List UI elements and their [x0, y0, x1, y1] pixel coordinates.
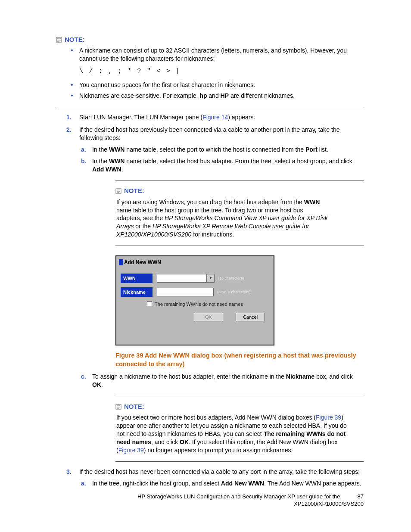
wwn-label: WWN: [121, 274, 153, 283]
nickname-row: Nickname (Max. 8 characters): [121, 287, 269, 297]
page-footer: HP StorageWorks LUN Configuration and Se…: [137, 493, 364, 508]
divider: [56, 107, 364, 107]
dialog-title: Add New WWN: [116, 256, 274, 268]
forbidden-chars: \ / : , ; * ? " < > |: [79, 67, 364, 76]
note-icon: [56, 35, 64, 44]
substep-2c: To assign a nickname to the host bus ada…: [92, 373, 364, 389]
remaining-wwns-label: The remaining WWNs do not need names: [155, 302, 243, 307]
ok-button[interactable]: OK: [194, 313, 223, 321]
nickname-input[interactable]: [157, 288, 214, 296]
note-bullets-2: You cannot use spaces for the first or l…: [56, 81, 364, 100]
note-label: NOTE:: [65, 36, 85, 43]
cancel-button[interactable]: Cancel: [236, 313, 265, 321]
bullet-item: A nickname can consist of up to 32 ASCII…: [79, 47, 364, 63]
note-icon: [115, 402, 123, 411]
note-bullets: A nickname can consist of up to 32 ASCII…: [56, 47, 364, 63]
dialog-buttons: OK Cancel: [121, 313, 269, 321]
figure-39: Add New WWN WWN ▼ (16 characters): [115, 255, 364, 345]
link-figure-39a[interactable]: Figure 39: [316, 414, 341, 421]
note-body: If you select two or more host bus adapt…: [116, 414, 364, 454]
link-figure-39b[interactable]: Figure 39: [118, 447, 144, 454]
nickname-hint: (Max. 8 characters): [217, 289, 251, 295]
note-heading: NOTE:: [56, 35, 364, 44]
steps-list: Start LUN Manager. The LUN Manager pane …: [56, 113, 364, 487]
substep-3a: In the tree, right-click the host group,…: [92, 479, 364, 488]
dialog-body: WWN ▼ (16 characters) Nickname (M: [116, 268, 274, 325]
substep-2b: In the WWN name table, select the host b…: [92, 157, 364, 174]
substeps-2-cont: To assign a nickname to the host bus ada…: [79, 373, 364, 389]
footer-line2: XP12000/XP10000/SVS200: [294, 501, 364, 507]
note-body: If you are using Windows, you can drag t…: [116, 198, 364, 239]
wwn-dropdown-button[interactable]: ▼: [207, 274, 215, 283]
bullet-item: Nicknames are case-sensitive. For exampl…: [79, 92, 364, 100]
nickname-label: Nickname: [121, 287, 153, 297]
wwn-row: WWN ▼ (16 characters): [121, 274, 269, 283]
link-figure-14[interactable]: Figure 14: [202, 114, 228, 121]
divider: [115, 461, 364, 462]
substeps-2: In the WWN name table, select the port t…: [79, 146, 364, 174]
substep-2a: In the WWN name table, select the port t…: [92, 146, 364, 154]
note-heading: NOTE:: [115, 187, 364, 195]
sub-note-2: NOTE: If you select two or more host bus…: [115, 396, 364, 462]
step-3: If the desired host has never been conne…: [79, 468, 364, 488]
divider: [115, 246, 364, 246]
remaining-wwns-checkbox[interactable]: [147, 301, 152, 306]
note-icon: [115, 187, 123, 195]
page-number: 87: [358, 493, 364, 501]
substeps-3: In the tree, right-click the host group,…: [79, 479, 364, 488]
divider: [115, 396, 364, 396]
step-1: Start LUN Manager. The LUN Manager pane …: [79, 113, 364, 121]
page: NOTE: A nickname can consist of up to 32…: [0, 0, 411, 532]
note-label: NOTE:: [124, 187, 144, 194]
note-label: NOTE:: [124, 403, 144, 410]
divider: [115, 180, 364, 180]
note-heading: NOTE:: [115, 402, 364, 411]
add-new-wwn-dialog: Add New WWN WWN ▼ (16 characters): [115, 255, 274, 345]
title-marker-icon: [119, 259, 123, 265]
remaining-wwns-row: The remaining WWNs do not need names: [121, 301, 269, 308]
sub-note-1: NOTE: If you are using Windows, you can …: [115, 180, 364, 246]
step-2: If the desired host has previously been …: [79, 126, 364, 462]
bullet-item: You cannot use spaces for the first or l…: [79, 81, 364, 89]
figure-caption: Figure 39 Add New WWN dialog box (when r…: [115, 352, 364, 368]
wwn-hint: (16 characters): [218, 276, 244, 281]
wwn-input[interactable]: [157, 274, 207, 283]
footer-line1: HP StorageWorks LUN Configuration and Se…: [137, 493, 340, 500]
